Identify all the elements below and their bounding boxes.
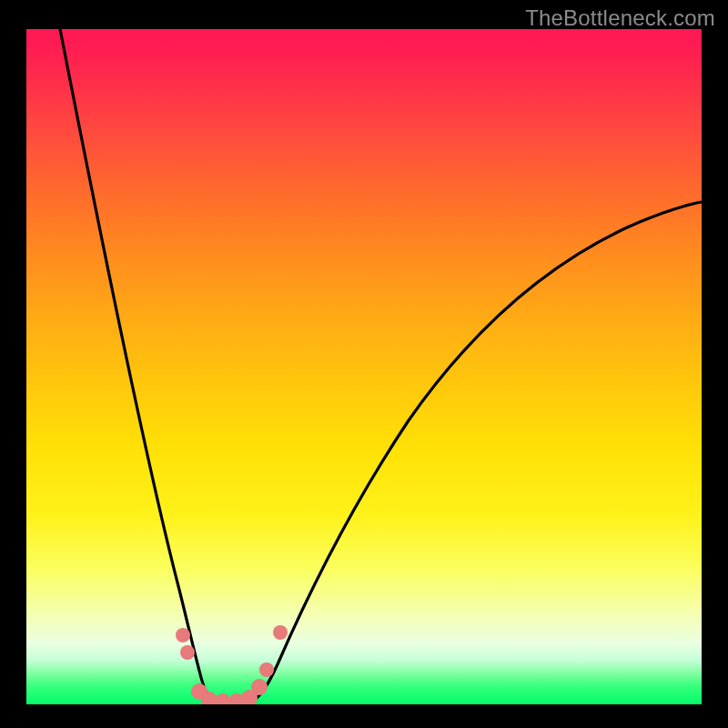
- marker-dot: [180, 645, 195, 660]
- marker-dot: [259, 662, 274, 677]
- curve-right-branch: [249, 202, 702, 703]
- bottleneck-curve: [26, 29, 702, 704]
- plot-area: [26, 29, 702, 704]
- watermark-text: TheBottleneck.com: [525, 5, 715, 31]
- chart-frame: TheBottleneck.com: [0, 0, 728, 728]
- marker-dot: [251, 679, 268, 695]
- highlight-markers: [176, 625, 288, 704]
- marker-dot: [176, 628, 190, 642]
- marker-dot: [273, 625, 288, 640]
- curve-left-branch: [60, 29, 214, 703]
